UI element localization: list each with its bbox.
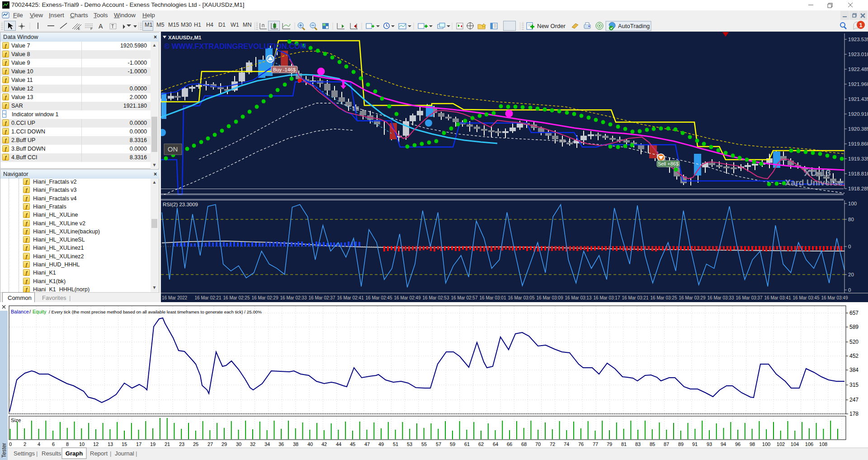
svg-text:247: 247 [849,397,859,403]
svg-text:34: 34 [264,441,270,447]
svg-text:RSI(2) 23.3009: RSI(2) 23.3009 [163,202,198,207]
svg-text:© WWW.FXTRADINGREVOLUTION.COM: © WWW.FXTRADINGREVOLUTION.COM [164,42,307,50]
svg-text:Equity: Equity [33,309,47,314]
svg-text:15: 15 [122,441,127,447]
svg-text:E: E [78,27,80,31]
svg-text:72: 72 [550,441,555,447]
svg-text:178: 178 [849,411,859,417]
svg-text:20: 20 [848,272,854,277]
svg-text:T: T [111,24,114,29]
svg-text:0: 0 [848,244,851,249]
svg-text:|: | [136,450,137,457]
svg-text:16 Mar 03:21: 16 Mar 03:21 [622,295,649,300]
svg-text:66: 66 [507,441,512,447]
svg-text:2: 2 [24,441,26,447]
svg-text:/ Every tick (the most precise: / Every tick (the most precise method ba… [49,309,262,314]
svg-text:16 Mar 03:13: 16 Mar 03:13 [565,295,592,300]
svg-text:96: 96 [735,441,741,447]
svg-text:16 Mar 02:25: 16 Mar 02:25 [223,295,250,300]
svg-text:87: 87 [664,441,669,447]
svg-text:1922.485: 1922.485 [848,66,868,72]
svg-text:16 Mar 02:57: 16 Mar 02:57 [451,295,478,300]
svg-text:68: 68 [521,441,527,447]
svg-text:1919.860: 1919.860 [848,141,868,147]
svg-text:32: 32 [250,441,255,447]
svg-text:1918.285: 1918.285 [848,186,868,191]
svg-text:49: 49 [378,441,384,447]
svg-text:16 Mar 03:01: 16 Mar 03:01 [480,295,506,300]
svg-text:Balance: Balance [11,309,29,314]
svg-text:1921.435: 1921.435 [848,96,868,102]
svg-text:57: 57 [436,441,441,447]
svg-text:16 Mar 02:49: 16 Mar 02:49 [394,295,421,300]
svg-text:16 Mar 02:41: 16 Mar 02:41 [337,295,364,300]
svg-text:1923.535: 1923.535 [848,37,868,42]
svg-text:25: 25 [193,441,198,447]
svg-text:30: 30 [236,441,241,447]
svg-text:62: 62 [478,441,484,447]
svg-text:0: 0 [848,287,851,293]
svg-text:520: 520 [849,339,859,345]
svg-text:77: 77 [593,441,598,447]
svg-text:XU-13: XU-13 [804,167,831,178]
svg-text:74: 74 [564,441,569,447]
svg-text:16 Mar 02:29: 16 Mar 02:29 [252,295,278,300]
svg-text:59: 59 [450,441,455,447]
svg-text:81: 81 [621,441,627,447]
svg-text:106: 106 [805,441,813,447]
svg-text:36: 36 [278,441,284,447]
svg-text:Report: Report [90,450,108,457]
svg-text:A: A [99,23,103,30]
svg-text:16 Mar 02:21: 16 Mar 02:21 [195,295,222,300]
svg-text:29: 29 [222,441,227,447]
svg-text:1: 1 [859,22,862,28]
svg-text:315: 315 [849,382,859,388]
svg-text:0: 0 [9,441,12,447]
svg-text:93: 93 [707,441,712,447]
svg-text:61: 61 [464,441,470,447]
svg-text:47: 47 [364,441,370,447]
svg-text:8: 8 [66,441,69,447]
svg-text:AutoTrading: AutoTrading [618,23,650,29]
svg-text:Tester: Tester [1,443,7,458]
svg-text:94: 94 [721,441,726,447]
svg-text:6: 6 [52,441,55,447]
svg-text:16 Mar 03:33: 16 Mar 03:33 [708,295,734,300]
svg-text:108: 108 [819,441,827,447]
svg-text:100: 100 [762,441,770,447]
svg-text:40: 40 [307,441,313,447]
svg-text:Journal: Journal [115,450,134,457]
svg-text:51: 51 [393,441,398,447]
svg-text:12: 12 [93,441,99,447]
svg-text:38: 38 [293,441,298,447]
svg-text:80: 80 [848,217,854,222]
svg-text:27: 27 [208,441,213,447]
svg-text:16 Mar 02:33: 16 Mar 02:33 [280,295,307,300]
svg-text:16 Mar 03:37: 16 Mar 03:37 [736,295,763,300]
svg-text:1919.335: 1919.335 [848,156,868,161]
svg-text:657: 657 [849,310,859,316]
svg-text:53: 53 [407,441,412,447]
svg-text:98: 98 [750,441,755,447]
svg-text:21: 21 [165,441,170,447]
svg-text:42: 42 [321,441,327,447]
svg-text:1920.910: 1920.910 [848,111,868,117]
svg-text:1921.960: 1921.960 [848,81,868,87]
svg-text:44: 44 [336,441,341,447]
svg-text:XAUUSDz,M1: XAUUSDz,M1 [168,35,202,40]
svg-text:16 Mar 03:45: 16 Mar 03:45 [793,295,820,300]
svg-text:Graph: Graph [66,450,83,457]
svg-text:76: 76 [578,441,584,447]
svg-text:16 Mar 2022: 16 Mar 2022 [162,295,188,300]
svg-text:70: 70 [535,441,541,447]
svg-text:10: 10 [79,441,85,447]
svg-text:16 Mar 02:53: 16 Mar 02:53 [423,295,449,300]
svg-text:4: 4 [38,441,40,447]
svg-text:64: 64 [493,441,498,447]
svg-text:F: F [90,27,93,31]
svg-text:13: 13 [108,441,113,447]
svg-text:83: 83 [635,441,641,447]
svg-text:1920.385: 1920.385 [848,126,868,132]
svg-text:16 Mar 03:49: 16 Mar 03:49 [821,295,848,300]
svg-text:91: 91 [692,441,698,447]
